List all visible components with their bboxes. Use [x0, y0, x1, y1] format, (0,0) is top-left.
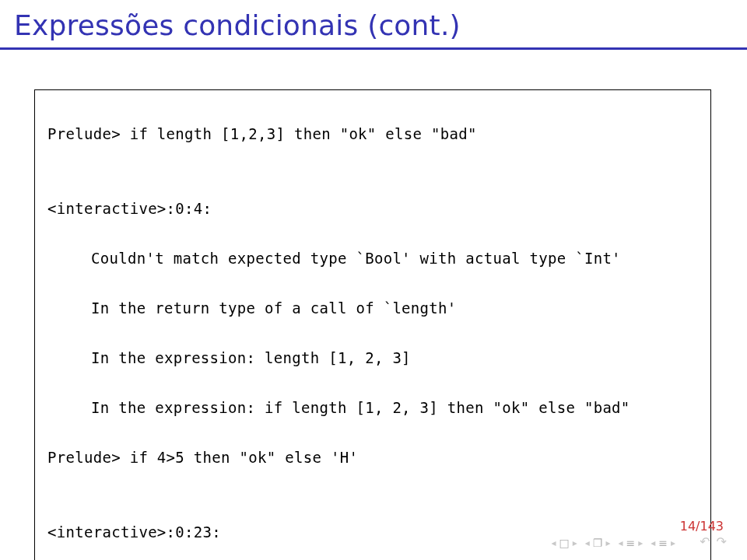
- redo-icon[interactable]: ↷: [717, 534, 727, 549]
- nav-next-icon: [671, 537, 675, 548]
- nav-prev-icon: [551, 537, 556, 548]
- code-line: Couldn't match expected type `Bool' with…: [47, 246, 703, 271]
- nav-prev-icon: [585, 537, 590, 548]
- code-line: Prelude> if 4>5 then "ok" else 'H': [47, 445, 703, 470]
- nav-lines-icon: ≡: [658, 537, 668, 549]
- nav-first-group[interactable]: □: [551, 537, 577, 549]
- code-line: Prelude> if length [1,2,3] then "ok" els…: [47, 121, 703, 146]
- nav-controls: □ ❐ ≡ ≡: [551, 537, 675, 549]
- nav-section-group[interactable]: ❐: [585, 537, 611, 549]
- code-line: <interactive>:0:4:: [47, 196, 703, 221]
- title-divider: [0, 47, 747, 50]
- nav-slide-group[interactable]: ≡: [651, 537, 675, 549]
- nav-prev-icon: [618, 537, 622, 548]
- undo-icon[interactable]: ↶: [700, 534, 710, 549]
- nav-next-icon: [605, 537, 610, 548]
- nav-undo-redo: ↶ ↷: [700, 534, 727, 549]
- nav-square-icon: □: [559, 537, 570, 549]
- title-band: Expressões condicionais (cont.): [0, 0, 747, 43]
- nav-prev-icon: [651, 537, 655, 548]
- nav-next-icon: [573, 537, 577, 548]
- nav-subsection-group[interactable]: ≡: [618, 537, 643, 549]
- code-line: In the return type of a call of `length': [47, 296, 703, 320]
- nav-lines-icon: ≡: [626, 537, 635, 549]
- code-line: In the expression: if length [1, 2, 3] t…: [47, 395, 703, 420]
- code-block: Prelude> if length [1,2,3] then "ok" els…: [34, 89, 711, 560]
- nav-next-icon: [638, 537, 643, 548]
- slide-title: Expressões condicionais (cont.): [14, 9, 747, 41]
- nav-doublesquare-icon: ❐: [593, 537, 603, 549]
- page-number: 14/143: [680, 519, 724, 534]
- code-line: In the expression: length [1, 2, 3]: [47, 345, 703, 370]
